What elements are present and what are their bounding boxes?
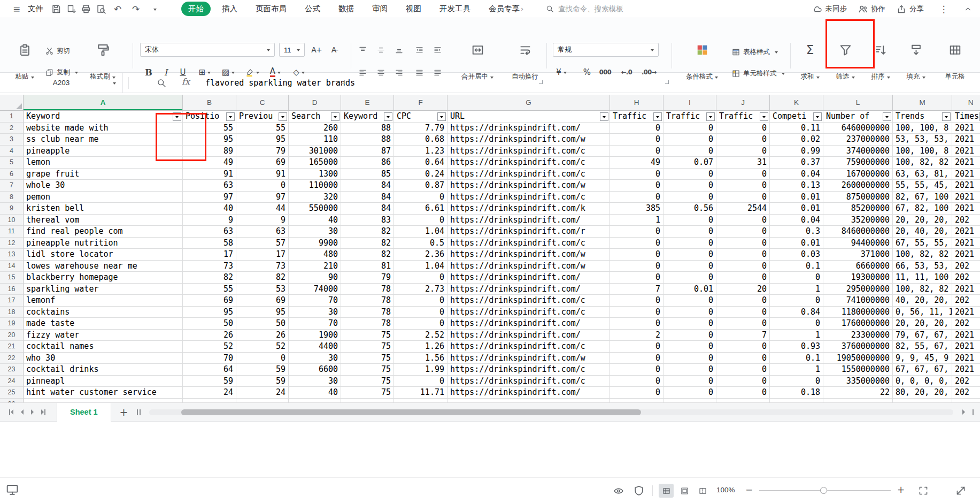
percent-format-button[interactable]: %: [580, 65, 595, 79]
cell-L22[interactable]: 19050000000: [823, 353, 893, 364]
cell-L1[interactable]: Number of: [823, 111, 893, 123]
cell-K21[interactable]: 0.93: [770, 341, 823, 353]
cell-L13[interactable]: 371000: [823, 249, 893, 261]
cell-J3[interactable]: 0: [716, 134, 770, 146]
cell-H14[interactable]: 0: [610, 261, 663, 272]
row-header-26[interactable]: 26: [0, 399, 24, 403]
cell-F9[interactable]: 6.61: [394, 203, 447, 215]
row-header-6[interactable]: 6: [0, 169, 24, 180]
cell-C7[interactable]: 0: [236, 180, 289, 192]
cell-D13[interactable]: 480: [289, 249, 341, 261]
cell-M17[interactable]: 40, 20, 20,: [893, 295, 952, 307]
cell-F13[interactable]: 2.36: [394, 249, 447, 261]
cell-E11[interactable]: 82: [341, 226, 394, 238]
cell-J7[interactable]: 0: [716, 180, 770, 192]
cell-K15[interactable]: 0: [770, 272, 823, 284]
cell-L2[interactable]: 6460000000: [823, 123, 893, 134]
cell-A1[interactable]: Keyword: [24, 111, 183, 123]
cell-D8[interactable]: 320: [289, 192, 341, 203]
cell-J2[interactable]: 0: [716, 123, 770, 134]
cell-C10[interactable]: 9: [236, 215, 289, 226]
cell-K10[interactable]: 0.04: [770, 215, 823, 226]
cell-J26[interactable]: [716, 399, 770, 403]
cell-F14[interactable]: 1.04: [394, 261, 447, 272]
cell-A22[interactable]: who 30: [24, 353, 183, 364]
row-header-25[interactable]: 25: [0, 387, 24, 399]
cell-K25[interactable]: 0.18: [770, 387, 823, 399]
cell-E20[interactable]: 75: [341, 330, 394, 341]
cell-L14[interactable]: 6660000: [823, 261, 893, 272]
cell-M11[interactable]: 20, 40, 20,: [893, 226, 952, 238]
cell-D20[interactable]: 1900: [289, 330, 341, 341]
cell-E17[interactable]: 78: [341, 295, 394, 307]
cell-I13[interactable]: 0: [663, 249, 716, 261]
cell-E3[interactable]: 88: [341, 134, 394, 146]
cell-L9[interactable]: 85200000: [823, 203, 893, 215]
cell-H17[interactable]: 0: [610, 295, 663, 307]
expand-corner-icon[interactable]: [955, 485, 967, 497]
cell-E18[interactable]: 78: [341, 307, 394, 318]
cell-B20[interactable]: 26: [183, 330, 236, 341]
cell-I2[interactable]: 0: [663, 123, 716, 134]
cell-C6[interactable]: 91: [236, 169, 289, 180]
cell-D3[interactable]: 110: [289, 134, 341, 146]
row-header-17[interactable]: 17: [0, 295, 24, 307]
cell-M25[interactable]: 80, 20, 20,: [893, 387, 952, 399]
cell-D14[interactable]: 210: [289, 261, 341, 272]
cell-I9[interactable]: 0.56: [663, 203, 716, 215]
row-header-18[interactable]: 18: [0, 307, 24, 318]
cell-K7[interactable]: 0.13: [770, 180, 823, 192]
cell-K23[interactable]: 1: [770, 364, 823, 376]
zoom-level[interactable]: 100%: [716, 486, 735, 494]
cell-F15[interactable]: 0: [394, 272, 447, 284]
cell-A12[interactable]: pineapple nutrition: [24, 238, 183, 249]
command-search[interactable]: 查找命令、搜索模板: [545, 4, 623, 14]
cell-B22[interactable]: 70: [183, 353, 236, 364]
align-distribute-button[interactable]: [430, 65, 445, 79]
cell-F18[interactable]: 0: [394, 307, 447, 318]
cell-F22[interactable]: 1.56: [394, 353, 447, 364]
cell-D15[interactable]: 90: [289, 272, 341, 284]
cell-L26[interactable]: [823, 399, 893, 403]
cell-L10[interactable]: 35200000: [823, 215, 893, 226]
cell-G21[interactable]: https://drinkspindrift.com/c: [447, 341, 610, 353]
cell-A25[interactable]: hint water customer service: [24, 387, 183, 399]
cell-C26[interactable]: [236, 399, 289, 403]
cell-K18[interactable]: 0.84: [770, 307, 823, 318]
column-header-D[interactable]: D: [289, 95, 341, 110]
cell-I21[interactable]: 0: [663, 341, 716, 353]
cell-I1[interactable]: Traffic: [663, 111, 716, 123]
cell-K16[interactable]: 1: [770, 284, 823, 295]
cell-A7[interactable]: whole 30: [24, 180, 183, 192]
cell-N4[interactable]: 2021: [952, 146, 980, 157]
cell-G10[interactable]: https://drinkspindrift.com/: [447, 215, 610, 226]
cell-D24[interactable]: 30: [289, 376, 341, 387]
cell-D18[interactable]: 30: [289, 307, 341, 318]
cell-F25[interactable]: 11.71: [394, 387, 447, 399]
file-menu[interactable]: 文件: [28, 4, 43, 14]
cell-I14[interactable]: 0: [663, 261, 716, 272]
cell-G23[interactable]: https://drinkspindrift.com/c: [447, 364, 610, 376]
export-icon[interactable]: [66, 4, 76, 14]
cell-K20[interactable]: 1: [770, 330, 823, 341]
cell-H23[interactable]: 0: [610, 364, 663, 376]
filter-dropdown-E[interactable]: [384, 112, 392, 121]
cell-K11[interactable]: 0.3: [770, 226, 823, 238]
cell-H16[interactable]: 7: [610, 284, 663, 295]
cell-M16[interactable]: 100, 82, 82: [893, 284, 952, 295]
cell-E10[interactable]: 83: [341, 215, 394, 226]
cell-E15[interactable]: 79: [341, 272, 394, 284]
cell-F20[interactable]: 2.52: [394, 330, 447, 341]
cell-B5[interactable]: 49: [183, 157, 236, 169]
tab-insert[interactable]: 插入: [215, 2, 244, 16]
cell-F19[interactable]: 0: [394, 318, 447, 330]
cell-K4[interactable]: 0.99: [770, 146, 823, 157]
cell-M24[interactable]: 0, 0, 0, 0,: [893, 376, 952, 387]
borders-button[interactable]: ⊞: [195, 65, 215, 79]
cell-J11[interactable]: 0: [716, 226, 770, 238]
cell-E14[interactable]: 81: [341, 261, 394, 272]
cell-G3[interactable]: https://drinkspindrift.com/w: [447, 134, 610, 146]
cell-F12[interactable]: 0.5: [394, 238, 447, 249]
tab-home[interactable]: 开始: [181, 2, 211, 16]
cell-E25[interactable]: 75: [341, 387, 394, 399]
